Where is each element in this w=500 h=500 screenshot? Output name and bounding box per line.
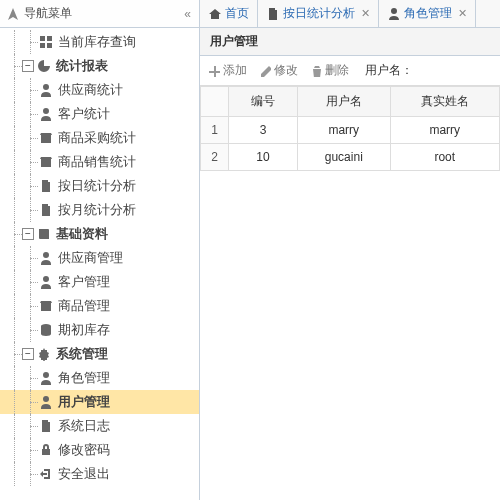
tree-expander[interactable]: − — [22, 60, 34, 72]
lock-icon — [38, 442, 54, 458]
tree-label: 供应商管理 — [58, 249, 123, 267]
tree-line — [6, 30, 22, 54]
tree-item-10[interactable]: 客户管理 — [0, 270, 199, 294]
tab-close-icon[interactable]: ✕ — [361, 7, 370, 20]
cell-realname: root — [390, 144, 499, 171]
book-icon — [36, 226, 52, 242]
tree-line — [22, 462, 38, 486]
tree-item-7[interactable]: 按月统计分析 — [0, 198, 199, 222]
tree-line — [6, 294, 22, 318]
tab-close-icon[interactable]: ✕ — [458, 7, 467, 20]
tree-item-0[interactable]: 当前库存查询 — [0, 30, 199, 54]
column-header[interactable]: 真实姓名 — [390, 87, 499, 117]
tree-item-17[interactable]: 修改密码 — [0, 438, 199, 462]
tree-item-1[interactable]: −统计报表 — [0, 54, 199, 78]
tab-label: 首页 — [225, 5, 249, 22]
tree-item-4[interactable]: 商品采购统计 — [0, 126, 199, 150]
person-icon — [387, 7, 400, 20]
cell-username: marry — [297, 117, 390, 144]
sidebar-header: 导航菜单 « — [0, 0, 199, 28]
sidebar: 导航菜单 « 当前库存查询−统计报表供应商统计客户统计商品采购统计商品销售统计按… — [0, 0, 200, 500]
doc-icon — [38, 418, 54, 434]
exit-icon — [38, 466, 54, 482]
tree-item-8[interactable]: −基础资料 — [0, 222, 199, 246]
tree-line — [6, 342, 22, 366]
person-icon — [38, 274, 54, 290]
data-grid: 编号用户名真实姓名 13marrymarry210gucainiroot — [200, 86, 500, 500]
tree-line — [6, 102, 22, 126]
tree-item-11[interactable]: 商品管理 — [0, 294, 199, 318]
gear-icon — [36, 346, 52, 362]
table-row[interactable]: 210gucainiroot — [201, 144, 500, 171]
tab-bar: 首页按日统计分析✕角色管理✕ — [200, 0, 500, 28]
tree-label: 修改密码 — [58, 441, 110, 459]
table-row[interactable]: 13marrymarry — [201, 117, 500, 144]
tree-label: 商品管理 — [58, 297, 110, 315]
tree-line — [6, 126, 22, 150]
tree-line — [6, 462, 22, 486]
tree-line — [6, 246, 22, 270]
tree-expander[interactable]: − — [22, 228, 34, 240]
panel-title: 用户管理 — [200, 28, 500, 56]
tree-item-12[interactable]: 期初库存 — [0, 318, 199, 342]
tree-line — [6, 54, 22, 78]
edit-label: 修改 — [274, 62, 298, 79]
tree-item-6[interactable]: 按日统计分析 — [0, 174, 199, 198]
doc-icon — [266, 7, 279, 20]
tree-line — [22, 438, 38, 462]
tree-label: 商品销售统计 — [58, 153, 136, 171]
box-icon — [38, 154, 54, 170]
column-header[interactable]: 编号 — [229, 87, 298, 117]
tree-item-5[interactable]: 商品销售统计 — [0, 150, 199, 174]
tree-item-3[interactable]: 客户统计 — [0, 102, 199, 126]
tree-label: 统计报表 — [56, 57, 108, 75]
tree-label: 客户管理 — [58, 273, 110, 291]
add-button[interactable]: 添加 — [208, 62, 247, 79]
tree-line — [22, 414, 38, 438]
tree-line — [22, 30, 38, 54]
tree-line — [6, 366, 22, 390]
tree-label: 客户统计 — [58, 105, 110, 123]
tree-line — [6, 414, 22, 438]
tree-label: 期初库存 — [58, 321, 110, 339]
tree-expander[interactable]: − — [22, 348, 34, 360]
tree-item-2[interactable]: 供应商统计 — [0, 78, 199, 102]
tree-line — [22, 126, 38, 150]
toolbar: 添加 修改 删除 用户名： — [200, 56, 500, 86]
tree-item-13[interactable]: −系统管理 — [0, 342, 199, 366]
tree-item-9[interactable]: 供应商管理 — [0, 246, 199, 270]
person-icon — [38, 370, 54, 386]
tree-item-14[interactable]: 角色管理 — [0, 366, 199, 390]
tab-label: 按日统计分析 — [283, 5, 355, 22]
sidebar-title-text: 导航菜单 — [24, 5, 72, 22]
add-label: 添加 — [223, 62, 247, 79]
tree-item-16[interactable]: 系统日志 — [0, 414, 199, 438]
home-icon — [208, 7, 221, 20]
sidebar-collapse-button[interactable]: « — [182, 5, 193, 23]
tree-line — [6, 78, 22, 102]
tab-2[interactable]: 角色管理✕ — [379, 0, 476, 27]
tree-label: 基础资料 — [56, 225, 108, 243]
cell-id: 3 — [229, 117, 298, 144]
tree-line — [22, 294, 38, 318]
tree-line — [22, 78, 38, 102]
tree-label: 按日统计分析 — [58, 177, 136, 195]
tree-item-15[interactable]: 用户管理 — [0, 390, 199, 414]
column-header[interactable]: 用户名 — [297, 87, 390, 117]
tree-item-18[interactable]: 安全退出 — [0, 462, 199, 486]
tab-1[interactable]: 按日统计分析✕ — [258, 0, 379, 27]
tree-line — [22, 366, 38, 390]
rownum-header — [201, 87, 229, 117]
edit-button[interactable]: 修改 — [259, 62, 298, 79]
box-icon — [38, 298, 54, 314]
trash-icon — [310, 65, 322, 77]
tree-line — [6, 150, 22, 174]
tree-line — [6, 438, 22, 462]
tree-label: 按月统计分析 — [58, 201, 136, 219]
person-icon — [38, 250, 54, 266]
tab-0[interactable]: 首页 — [200, 0, 258, 27]
tree-label: 用户管理 — [58, 393, 110, 411]
delete-button[interactable]: 删除 — [310, 62, 349, 79]
tree-label: 安全退出 — [58, 465, 110, 483]
rownum-cell: 2 — [201, 144, 229, 171]
